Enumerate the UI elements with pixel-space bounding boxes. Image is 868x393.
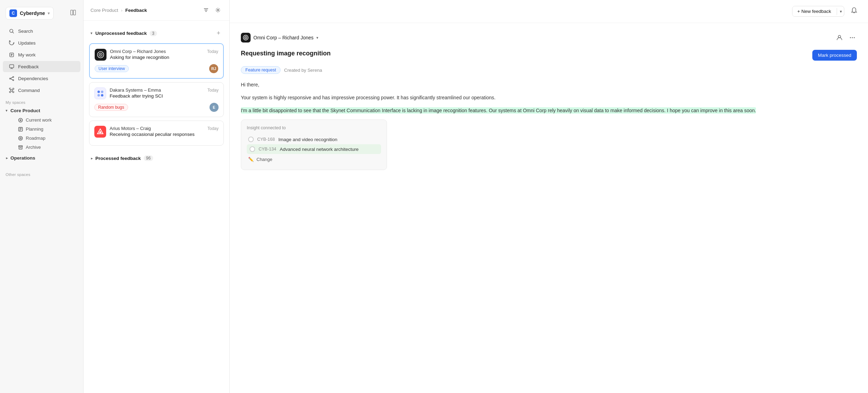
middle-content: ▾ Unprocessed feedback 3 + [84,21,229,393]
tag-random-bugs: Random bugs [94,104,128,111]
svg-point-33 [100,54,101,55]
user-icon-button[interactable] [835,33,844,44]
workspace-selector[interactable]: C Cyberdyne ▾ [6,7,54,20]
svg-point-24 [20,138,21,139]
card-title-dakara: Feedback after trying SCI [110,93,219,99]
layout-toggle-button[interactable] [69,8,78,18]
unprocessed-group-header[interactable]: ▾ Unprocessed feedback 3 + [89,26,224,40]
detail-top: Omni Corp – Richard Jones ▾ [241,33,857,44]
svg-line-3 [13,32,14,33]
settings-button[interactable] [213,6,222,15]
processed-group-header[interactable]: ▾ Processed feedback 96 [89,153,224,164]
feature-request-tag[interactable]: Feature request [241,66,281,74]
card-company-row-omni: Omni Corp – Richard Jones Today [110,49,218,54]
insight-item-1[interactable]: CYB-134 Advanced neural network architec… [247,144,381,154]
detail-company-chevron: ▾ [316,36,318,40]
archive-icon [18,145,23,150]
dakara-dots [96,89,105,98]
nav-item-dependencies[interactable]: Dependencies [3,73,80,84]
current-work-icon [18,118,23,123]
feedback-icon [8,63,15,70]
space-child-archive[interactable]: Archive [13,143,80,152]
title-row: Requesting image recognition Mark proces… [241,50,857,62]
insight-change-button[interactable]: ✏️ Change [247,155,381,164]
svg-point-23 [19,136,23,140]
svg-point-11 [9,78,10,79]
avatar-dakara: E [210,103,219,112]
mark-processed-button[interactable]: Mark processed [812,50,857,61]
detail-title: Requesting image recognition [241,50,331,57]
search-icon [8,28,15,34]
space-child-roadmap[interactable]: Roadmap [13,134,80,142]
more-options-button[interactable] [848,33,857,44]
processed-count: 96 [144,155,153,161]
unprocessed-add-button[interactable]: + [214,29,222,38]
nav-label-search: Search [18,29,33,34]
unprocessed-feedback-group: ▾ Unprocessed feedback 3 + [89,26,224,146]
my-spaces-label: My spaces [0,96,83,106]
new-feedback-dropdown-button[interactable]: ▾ [838,8,844,15]
nav-label-dependencies: Dependencies [18,76,48,81]
svg-rect-8 [9,64,14,68]
detail-company-logo [241,33,251,43]
card-title-arius: Receiving occasional peculiar responses [110,132,219,137]
insight-item-0[interactable]: CYB-168 Image and video recognition [247,134,381,144]
feedback-card-arius[interactable]: Arius Motors – Craig Today Receiving occ… [89,121,224,146]
space-child-planning[interactable]: Planning [13,125,80,133]
space-toggle-core-product: ▾ [6,108,8,113]
nav-item-search[interactable]: Search [3,25,80,37]
breadcrumb-parent: Core Product [90,8,118,13]
unprocessed-toggle: ▾ [90,31,93,36]
card-company-row-arius: Arius Motors – Craig Today [110,126,219,131]
insight-label-1: Advanced neural network architecture [280,147,359,152]
updates-icon [8,40,15,46]
insight-code-0: CYB-168 [257,137,275,142]
insight-code-1: CYB-134 [259,147,276,152]
space-label-core-product: Core Product [10,108,40,113]
arius-logo [94,126,106,138]
nav-item-updates[interactable]: Updates [3,37,80,48]
svg-rect-1 [73,10,76,15]
card-date-arius: Today [207,126,219,131]
filter-button[interactable] [202,6,211,15]
space-item-core-product[interactable]: ▾ Core Product [0,106,83,115]
insight-radio-0 [248,137,254,142]
detail-content: Omni Corp – Richard Jones ▾ [230,23,868,393]
space-child-label-roadmap: Roadmap [26,136,45,141]
svg-point-12 [13,76,14,77]
feedback-card-omni-corp[interactable]: Omni Corp – Richard Jones Today Asking f… [89,43,224,79]
highlighted-text: I'm a little bit disappointed to see tha… [241,107,756,114]
avatar-omni: RJ [209,64,218,73]
new-feedback-divider [837,8,837,15]
new-feedback-wrapper: + New feedback ▾ [792,6,844,17]
feedback-card-dakara[interactable]: Dakara Systems – Emma Today Feedback aft… [89,82,224,117]
middle-header-actions [202,6,222,15]
processed-toggle: ▾ [89,157,94,159]
nav-item-command[interactable]: Command [3,85,80,96]
nav-item-feedback[interactable]: Feedback [3,61,80,72]
card-meta-arius: Arius Motors – Craig Today Receiving occ… [110,126,219,137]
insight-label-0: Image and video recognition [278,137,338,142]
nav-label-command: Command [18,88,40,93]
svg-line-14 [10,77,13,78]
card-company-arius: Arius Motors – Craig [110,126,151,131]
svg-point-2 [10,29,13,32]
svg-point-36 [245,37,246,38]
unprocessed-count: 3 [150,31,157,36]
space-child-current-work[interactable]: Current work [13,116,80,124]
dependencies-icon [8,75,15,82]
svg-point-13 [13,79,14,80]
space-toggle-operations: ▾ [5,157,9,159]
notification-button[interactable] [849,5,860,18]
nav-label-feedback: Feedback [18,64,39,69]
other-spaces-label: Other spaces [0,168,83,178]
breadcrumb: Core Product › Feedback [90,8,147,13]
nav-item-my-work[interactable]: My work [3,49,80,60]
svg-rect-25 [19,146,23,147]
planning-icon [18,127,23,132]
breadcrumb-separator: › [121,8,123,13]
space-item-operations[interactable]: ▾ Operations [0,153,83,163]
main-panel: + New feedback ▾ [230,0,868,393]
new-feedback-button[interactable]: + New feedback [792,6,836,16]
card-footer-dakara: Random bugs E [94,103,219,112]
